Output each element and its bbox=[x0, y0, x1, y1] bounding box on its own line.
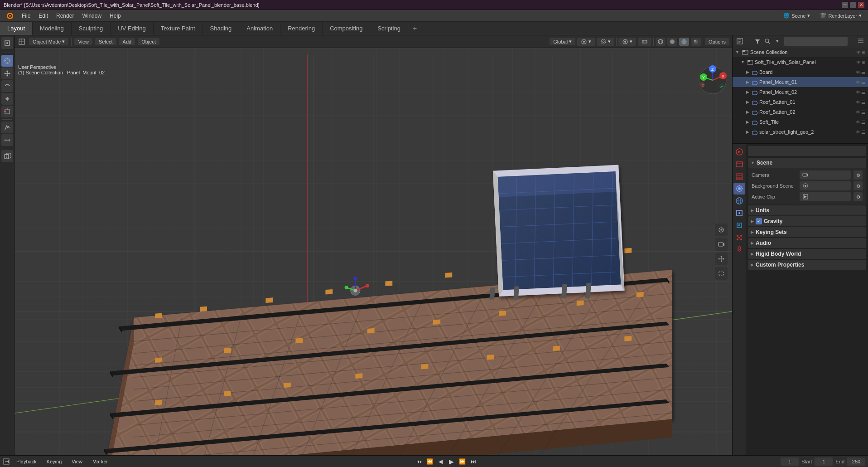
particles-properties-icon[interactable] bbox=[733, 232, 745, 243]
viewport-navigation-gizmo[interactable]: X Z Y -X -Y bbox=[697, 64, 728, 96]
options-button[interactable]: Options bbox=[705, 38, 729, 45]
view-layer-properties-icon[interactable] bbox=[733, 170, 745, 182]
xray-toggle[interactable] bbox=[638, 38, 651, 46]
outliner-display-mode[interactable] bbox=[857, 37, 864, 45]
tab-compositing[interactable]: Compositing bbox=[323, 22, 370, 35]
menu-render[interactable]: Render bbox=[53, 12, 77, 20]
playback-menu-button[interactable]: Playback bbox=[13, 458, 40, 465]
add-menu-button[interactable]: Add bbox=[119, 38, 135, 45]
camera-options-button[interactable]: ⚙ bbox=[854, 170, 863, 180]
scene-properties-icon[interactable] bbox=[733, 183, 745, 195]
end-frame-input[interactable] bbox=[847, 457, 865, 466]
view-menu-button[interactable]: View bbox=[74, 38, 92, 45]
outliner-search-input[interactable] bbox=[784, 37, 848, 46]
viewport-3d[interactable]: Object Mode ▾ View Select Add Object Glo… bbox=[14, 35, 732, 455]
render-layer-selector[interactable]: 🎬 RenderLayer ▾ bbox=[816, 12, 865, 19]
camera-view-button[interactable] bbox=[715, 238, 728, 251]
world-properties-icon[interactable] bbox=[733, 195, 745, 207]
view-menu-button-timeline[interactable]: View bbox=[68, 458, 86, 465]
proportional-editing-button[interactable]: ▾ bbox=[597, 38, 614, 46]
rotate-tool-button[interactable] bbox=[1, 80, 13, 92]
jump-to-start-button[interactable]: ⏮ bbox=[415, 457, 424, 466]
play-button[interactable]: ▶ bbox=[447, 457, 456, 466]
units-section-header[interactable]: ▶ Units bbox=[748, 205, 866, 215]
global-orientation-dropdown[interactable]: Global ▾ bbox=[550, 38, 575, 45]
outliner-scene-collection[interactable]: ▼ Scene Collection 👁 ⊕ bbox=[733, 47, 868, 57]
outliner-options-icon[interactable]: ▾ bbox=[773, 37, 781, 45]
play-reverse-button[interactable]: ◀ bbox=[436, 457, 445, 466]
window-controls[interactable]: ─ □ ✕ bbox=[842, 2, 864, 8]
pan-view-button[interactable] bbox=[715, 253, 728, 265]
editor-type-button[interactable] bbox=[17, 37, 26, 46]
object-menu-button[interactable]: Object bbox=[138, 38, 159, 45]
tab-modeling[interactable]: Modeling bbox=[33, 22, 72, 35]
move-tool-button[interactable] bbox=[1, 68, 13, 79]
clip-options-button[interactable]: ⚙ bbox=[854, 192, 863, 201]
render-region-button[interactable] bbox=[715, 267, 728, 280]
menu-edit[interactable]: Edit bbox=[35, 12, 52, 20]
physics-properties-icon[interactable] bbox=[733, 244, 745, 256]
snap-button[interactable]: ▾ bbox=[577, 38, 595, 46]
camera-value[interactable] bbox=[800, 170, 851, 180]
outliner-search-icon[interactable] bbox=[763, 37, 772, 45]
material-shading[interactable] bbox=[679, 38, 689, 46]
tab-scripting[interactable]: Scripting bbox=[370, 22, 408, 35]
outliner-board[interactable]: ▶ Board 👁 ☰ bbox=[733, 67, 868, 77]
outliner-roof-batten-02[interactable]: ▶ Roof_Batten_02 👁 ☰ bbox=[733, 107, 868, 117]
collection-vis-icon[interactable]: 👁 bbox=[856, 50, 861, 55]
add-workspace-button[interactable]: + bbox=[408, 22, 421, 35]
outliner-soft-tile[interactable]: ▶ Soft_Tile 👁 ☰ bbox=[733, 117, 868, 127]
tab-animation[interactable]: Animation bbox=[239, 22, 280, 35]
close-button[interactable]: ✕ bbox=[858, 2, 864, 8]
viewport-canvas[interactable]: User Perspective (1) Scene Collection | … bbox=[14, 48, 732, 455]
object-mode-dropdown[interactable]: Object Mode ▾ bbox=[29, 38, 68, 45]
menu-window[interactable]: Window bbox=[78, 12, 105, 20]
audio-section-header[interactable]: ▶ Audio bbox=[748, 238, 866, 248]
scene-section-header[interactable]: ▼ Scene bbox=[748, 158, 866, 168]
outliner-panel-mount-01[interactable]: ▶ Panel_Mount_01 👁 ☰ bbox=[733, 77, 868, 87]
outliner-panel-mount-02[interactable]: ▶ Panel_Mount_02 👁 ☰ bbox=[733, 87, 868, 97]
modifier-properties-icon[interactable] bbox=[733, 219, 745, 231]
annotate-tool-button[interactable] bbox=[1, 122, 13, 133]
tab-sculpting[interactable]: Sculpting bbox=[72, 22, 111, 35]
tab-shading[interactable]: Shading bbox=[203, 22, 240, 35]
custom-props-section-header[interactable]: ▶ Custom Properties bbox=[748, 260, 866, 270]
start-frame-input[interactable] bbox=[815, 457, 833, 466]
add-cube-button[interactable] bbox=[1, 150, 13, 162]
gravity-section-header[interactable]: ▶ ✓ Gravity bbox=[748, 216, 866, 226]
active-clip-value[interactable] bbox=[800, 192, 851, 201]
keying-menu-button[interactable]: Keying bbox=[43, 458, 66, 465]
background-scene-value[interactable] bbox=[800, 181, 851, 190]
transform-tool-button[interactable] bbox=[1, 106, 13, 117]
solid-shading[interactable] bbox=[667, 38, 677, 46]
select-menu-button[interactable]: Select bbox=[95, 38, 116, 45]
mode-selector[interactable] bbox=[1, 37, 13, 49]
output-properties-icon[interactable] bbox=[733, 158, 745, 170]
outliner-roof-batten-01[interactable]: ▶ Roof_Batten_01 👁 ☰ bbox=[733, 97, 868, 107]
jump-to-end-button[interactable]: ⏭ bbox=[469, 457, 478, 466]
gravity-checkbox[interactable]: ✓ bbox=[756, 218, 762, 224]
zoom-in-button[interactable] bbox=[715, 224, 728, 236]
menu-blender[interactable] bbox=[3, 11, 17, 20]
menu-help[interactable]: Help bbox=[106, 12, 125, 20]
wireframe-shading[interactable] bbox=[656, 38, 665, 46]
object-properties-icon[interactable] bbox=[733, 207, 745, 219]
overlay-dropdown[interactable]: ▾ bbox=[618, 38, 636, 46]
outliner-filter-icon[interactable] bbox=[753, 37, 762, 45]
rendered-shading[interactable] bbox=[691, 38, 701, 46]
outliner-main-collection[interactable]: ▼ Soft_Tile_with_Solar_Panel 👁 ⊕ bbox=[733, 57, 868, 67]
timeline-editor-icon[interactable] bbox=[3, 458, 10, 465]
properties-search-input[interactable] bbox=[748, 146, 866, 156]
minimize-button[interactable]: ─ bbox=[842, 2, 848, 8]
tab-texture-paint[interactable]: Texture Paint bbox=[154, 22, 203, 35]
rigid-body-section-header[interactable]: ▶ Rigid Body World bbox=[748, 249, 866, 259]
tab-layout[interactable]: Layout bbox=[0, 22, 33, 35]
step-back-button[interactable]: ⏪ bbox=[425, 457, 434, 466]
menu-file[interactable]: File bbox=[18, 12, 34, 20]
tab-rendering[interactable]: Rendering bbox=[280, 22, 323, 35]
step-forward-button[interactable]: ⏩ bbox=[458, 457, 467, 466]
current-frame-input[interactable] bbox=[781, 457, 799, 466]
scene-selector[interactable]: 🌐 Scene ▾ bbox=[780, 12, 814, 19]
measure-tool-button[interactable] bbox=[1, 134, 13, 146]
outliner-solar-light[interactable]: ▶ solar_street_light_geo_2 👁 ☰ bbox=[733, 127, 868, 137]
